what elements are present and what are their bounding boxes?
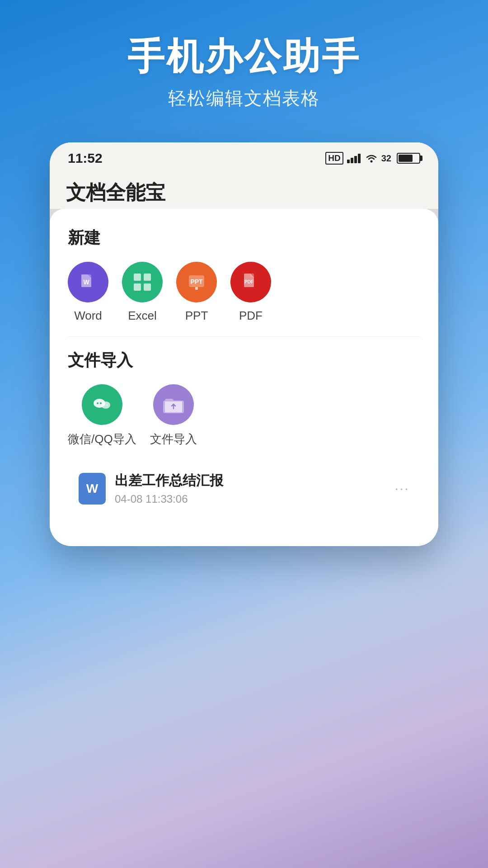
- wechat-icon: [82, 384, 122, 425]
- popup-import-title: 文件导入: [68, 349, 420, 372]
- status-bar: 11:52 HD 32: [50, 142, 438, 170]
- svg-rect-3: [358, 154, 361, 163]
- popup-panel: 新建 W Word: [50, 209, 438, 546]
- popup-import-section: 文件导入: [68, 349, 420, 447]
- svg-text:PDF: PDF: [244, 279, 253, 284]
- svg-rect-1: [351, 158, 353, 163]
- svg-rect-34: [195, 287, 198, 290]
- doc-info-1: 出差工作总结汇报 04-08 11:33:06: [115, 472, 385, 505]
- word-label: Word: [74, 309, 102, 323]
- svg-point-4: [370, 160, 372, 163]
- popup-item-file-import[interactable]: 文件导入: [150, 384, 197, 447]
- svg-rect-28: [134, 274, 141, 281]
- status-icons: HD 32: [325, 152, 420, 165]
- svg-point-42: [106, 404, 108, 406]
- pdf-new-icon: PDF: [230, 262, 271, 302]
- header: 手机办公助手 轻松编辑文档表格: [0, 0, 488, 129]
- word-icon: W: [68, 262, 108, 302]
- wifi-icon: [365, 153, 378, 163]
- popup-item-excel[interactable]: Excel: [122, 262, 163, 323]
- svg-rect-2: [354, 156, 357, 163]
- svg-point-39: [97, 402, 99, 404]
- svg-rect-30: [134, 283, 141, 291]
- svg-point-38: [101, 401, 110, 409]
- doc-partial-area: W 出差工作总结汇报 04-08 11:33:06 ···: [68, 461, 420, 516]
- doc-more-1[interactable]: ···: [394, 480, 409, 497]
- popup-new-section: 新建 W Word: [68, 227, 420, 323]
- popup-item-wechat[interactable]: 微信/QQ导入: [68, 384, 136, 447]
- excel-icon: [122, 262, 163, 302]
- file-import-icon: [153, 384, 194, 425]
- svg-rect-29: [144, 274, 151, 281]
- app-title: 文档全能宝: [66, 179, 422, 206]
- signal-icon: [347, 153, 361, 163]
- popup-import-icons: 微信/QQ导入 文件导入: [68, 384, 420, 447]
- svg-rect-31: [144, 283, 151, 291]
- battery-icon: [397, 153, 420, 164]
- doc-icon-1: W: [79, 473, 106, 505]
- recent-item-1[interactable]: W 出差工作总结汇报 04-08 11:33:06 ···: [68, 461, 420, 516]
- popup-item-pdf[interactable]: PDF PDF: [230, 262, 271, 323]
- doc-name-1: 出差工作总结汇报: [115, 472, 385, 490]
- popup-item-ppt[interactable]: PPT PPT: [176, 262, 217, 323]
- phone-card: 11:52 HD 32 文档全能宝: [50, 142, 438, 546]
- header-title: 手机办公助手: [27, 36, 461, 77]
- svg-text:PPT: PPT: [190, 278, 203, 285]
- status-time: 11:52: [68, 151, 103, 166]
- popup-new-title: 新建: [68, 227, 420, 249]
- svg-point-40: [100, 402, 102, 404]
- hd-label: HD: [325, 152, 343, 165]
- ppt-label: PPT: [185, 309, 208, 323]
- popup-overlay: 新建 W Word: [50, 209, 438, 546]
- wechat-label: 微信/QQ导入: [68, 431, 136, 447]
- svg-text:W: W: [83, 278, 89, 286]
- popup-new-icons: W Word: [68, 262, 420, 323]
- excel-label: Excel: [128, 309, 157, 323]
- popup-item-word[interactable]: W Word: [68, 262, 108, 323]
- battery-num: 32: [381, 153, 391, 164]
- svg-rect-0: [347, 160, 350, 163]
- popup-divider: [68, 336, 420, 337]
- svg-point-41: [103, 404, 105, 406]
- pdf-new-label: PDF: [239, 309, 263, 323]
- file-import-label: 文件导入: [150, 431, 197, 447]
- ppt-icon: PPT: [176, 262, 217, 302]
- header-subtitle: 轻松编辑文档表格: [27, 86, 461, 111]
- doc-date-1: 04-08 11:33:06: [115, 493, 385, 505]
